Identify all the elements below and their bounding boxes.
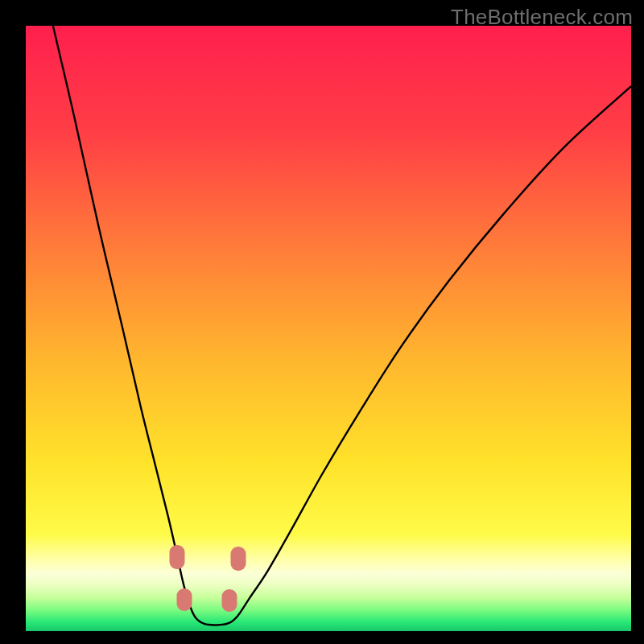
curve-marker [177,588,192,611]
curve-marker [221,589,237,612]
bottleneck-curve [53,26,631,625]
curve-layer [26,26,631,631]
watermark-text: TheBottleneck.com [451,5,633,30]
chart-frame: TheBottleneck.com [0,0,644,644]
curve-marker [230,547,246,571]
curve-marker [170,545,185,569]
plot-area [26,26,631,631]
